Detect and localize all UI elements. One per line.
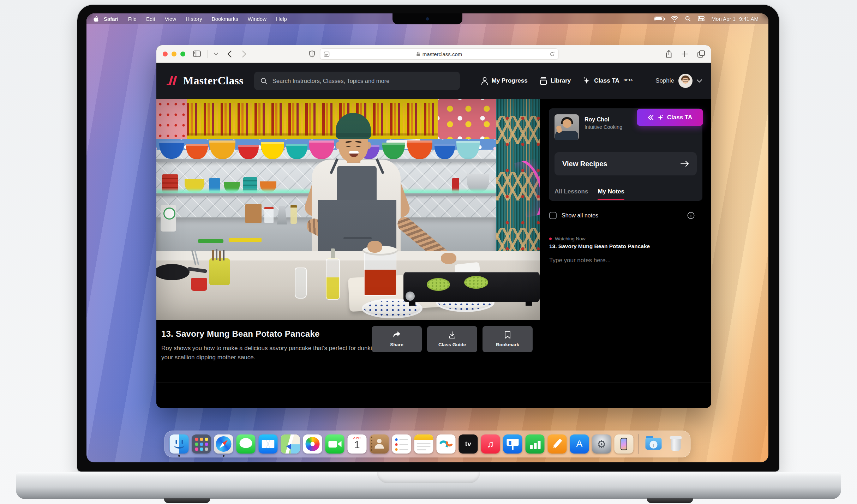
dock-keynote[interactable]	[503, 434, 522, 454]
pages-icon	[548, 434, 567, 454]
dock-facetime[interactable]	[325, 434, 344, 454]
appstore-icon: A	[570, 434, 589, 454]
menu-bar-clock[interactable]: Mon Apr 1 9:41 AM	[712, 16, 759, 22]
dock-pages[interactable]	[548, 434, 567, 454]
running-indicator	[223, 455, 224, 457]
search-input[interactable]	[272, 77, 454, 85]
masterclass-logo[interactable]: MasterClass	[166, 74, 244, 87]
class-ta-button[interactable]: Class TA	[637, 109, 703, 126]
menu-help[interactable]: Help	[276, 16, 287, 22]
dock-mail[interactable]	[259, 434, 278, 454]
minimize-window-button[interactable]	[172, 52, 176, 56]
menu-view[interactable]: View	[165, 16, 176, 22]
dock-maps[interactable]	[281, 434, 300, 454]
dock-app-store[interactable]: A	[570, 434, 589, 454]
menu-safari[interactable]: Safari	[104, 16, 119, 22]
zoom-window-button[interactable]	[180, 52, 185, 56]
mail-icon	[259, 434, 278, 454]
user-menu[interactable]: Sophie	[655, 74, 702, 88]
settings-icon: ⚙	[592, 434, 611, 454]
brand-wordmark: MasterClass	[183, 74, 244, 87]
tab-all-lessons[interactable]: All Lessons	[555, 188, 588, 195]
dock-safari[interactable]	[214, 434, 233, 454]
dock-trash[interactable]	[666, 434, 685, 454]
header-nav: My ProgressLibraryClass TABETA	[481, 77, 645, 85]
share-button[interactable]: Share	[372, 326, 422, 352]
video-player[interactable]: PAPER HAT	[156, 99, 540, 320]
dock-calendar[interactable]: APR1	[348, 434, 367, 454]
menu-bar-time: 9:41 AM	[739, 16, 759, 22]
lesson-info: 13. Savory Mung Bean Potato Pancake Roy …	[156, 320, 540, 383]
dock-launchpad[interactable]	[192, 434, 211, 454]
chevron-down-icon[interactable]	[697, 79, 702, 83]
menu-history[interactable]: History	[186, 16, 202, 22]
apple-menu-icon[interactable]	[94, 16, 99, 22]
nav-class-ta[interactable]: Class TABETA	[583, 77, 633, 85]
dock-downloads[interactable]: ↓	[644, 434, 663, 454]
dock-messages[interactable]	[236, 434, 256, 454]
wifi-icon[interactable]	[671, 16, 678, 22]
sparkle-icon	[583, 77, 591, 85]
macbook-screen: SafariFileEditViewHistoryBookmarksWindow…	[86, 13, 768, 462]
control-center-icon[interactable]	[698, 16, 705, 21]
class-guide-button[interactable]: Class Guide	[427, 326, 477, 352]
nav-my-progress[interactable]: My Progress	[481, 77, 528, 85]
dock-music[interactable]: ♫	[481, 434, 500, 454]
lid-lift-notch	[377, 472, 480, 483]
new-tab-icon[interactable]	[682, 51, 688, 57]
numbers-icon	[526, 434, 545, 454]
dock-photos[interactable]	[303, 434, 322, 454]
dock-numbers[interactable]	[526, 434, 545, 454]
dock: APR1tv♫A⚙↓	[164, 431, 691, 457]
dock-separator	[639, 434, 639, 454]
collapse-chevrons-icon	[648, 115, 654, 120]
bookmark-button[interactable]: Bookmark	[483, 326, 533, 352]
messages-icon	[236, 434, 256, 454]
dock-iphone-mirroring[interactable]	[615, 434, 634, 454]
show-all-notes-checkbox[interactable]	[549, 212, 557, 219]
privacy-shield-icon[interactable]	[309, 50, 315, 58]
sidebar-chevron-icon[interactable]	[214, 53, 218, 55]
search-icon	[260, 78, 267, 84]
site-search[interactable]	[254, 72, 460, 90]
menu-bookmarks[interactable]: Bookmarks	[212, 16, 238, 22]
address-bar[interactable]: masterclass.com	[320, 48, 559, 60]
dock-system-settings[interactable]: ⚙	[592, 434, 611, 454]
dock-notes[interactable]	[414, 434, 433, 454]
info-icon[interactable]	[687, 212, 695, 219]
library-icon	[540, 77, 547, 85]
dock-reminders[interactable]	[392, 434, 411, 454]
iphone-icon	[615, 434, 634, 454]
menu-file[interactable]: File	[128, 16, 137, 22]
notes-input[interactable]: Type your notes here...	[549, 257, 611, 264]
site-header: MasterClass My ProgressLibraryClass TABE…	[156, 63, 711, 99]
watching-now-dot	[549, 238, 552, 240]
person-icon	[481, 77, 488, 85]
photos-icon	[303, 434, 322, 454]
tab-overview-icon[interactable]	[697, 50, 705, 58]
view-recipes-button[interactable]: View Recipes	[555, 152, 697, 175]
nav-library[interactable]: Library	[540, 77, 571, 85]
notes-icon	[414, 434, 433, 454]
spotlight-search-icon[interactable]	[685, 16, 691, 22]
dock-contacts[interactable]	[370, 434, 389, 454]
share-icon[interactable]	[666, 50, 672, 58]
back-button[interactable]	[227, 50, 232, 58]
current-lesson-title: 13. Savory Mung Bean Potato Pancake	[549, 243, 650, 250]
dock-freeform[interactable]	[437, 434, 456, 454]
camera-dot	[426, 17, 429, 20]
facetime-icon	[325, 434, 344, 454]
menu-edit[interactable]: Edit	[146, 16, 155, 22]
close-window-button[interactable]	[163, 52, 168, 56]
dock-finder[interactable]	[170, 434, 189, 454]
instructor-name: Roy Choi	[585, 116, 609, 123]
tab-my-notes[interactable]: My Notes	[598, 188, 624, 195]
sidebar-toggle-icon[interactable]	[193, 50, 201, 57]
forward-button[interactable]	[242, 50, 246, 58]
avatar[interactable]	[678, 74, 693, 88]
dock-tv[interactable]: tv	[459, 434, 478, 454]
app-menus: SafariFileEditViewHistoryBookmarksWindow…	[104, 16, 287, 22]
lock-icon	[416, 52, 420, 56]
menu-window[interactable]: Window	[248, 16, 266, 22]
battery-icon[interactable]	[654, 17, 664, 21]
